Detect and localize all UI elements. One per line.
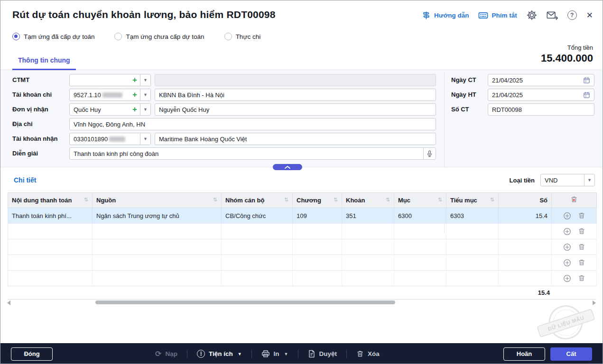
ctmt-combo[interactable]: + ▼ <box>69 74 151 86</box>
utilities-button[interactable]: ⋮ Tiện ích ▼ <box>197 350 242 358</box>
sort-icon[interactable]: ⇅ <box>386 197 390 203</box>
radio-dot <box>12 33 20 40</box>
radio-dot <box>224 33 232 40</box>
print-button[interactable]: In ▼ <box>261 350 288 358</box>
general-info-form: CTMT + ▼ Tài khoản chi 9527.1.10+ ▼ KBNN… <box>0 70 603 167</box>
horizontal-scrollbar[interactable] <box>7 300 596 305</box>
close-icon[interactable]: ✕ <box>586 10 593 20</box>
help-icon[interactable]: ? <box>567 10 577 20</box>
receiver-combo[interactable]: Quốc Huy+ ▼ <box>69 103 151 116</box>
printer-icon <box>261 350 270 358</box>
radio-tam-ung-chua-cap[interactable]: Tạm ứng chưa cấp dự toán <box>114 33 204 40</box>
tab-general-info[interactable]: Thông tin chung <box>12 56 76 70</box>
doc-no-label: Số CT <box>451 103 485 116</box>
page-title: Rút dự toán chuyển khoản lương, bảo hiểm… <box>12 9 276 20</box>
settings-gear-icon[interactable] <box>527 10 537 20</box>
delete-row-icon[interactable] <box>578 243 585 251</box>
delete-row-icon[interactable] <box>578 228 585 235</box>
description-field[interactable]: Thanh toán kinh phí công đoàn <box>69 147 436 160</box>
document-icon <box>308 350 315 358</box>
add-account-pay-icon[interactable]: + <box>132 89 137 100</box>
address-field[interactable]: Vĩnh Ngọc, Đông Anh, HN <box>69 118 436 130</box>
radio-thuc-chi[interactable]: Thực chi <box>224 33 261 40</box>
close-button[interactable]: Đóng <box>11 347 53 361</box>
calendar-icon[interactable] <box>583 91 590 99</box>
grid-header-row: ⇅Nội dung thanh toán ⇅Nguồn ⇅Nhóm cán bộ… <box>8 193 597 208</box>
account-receive-dropdown-icon[interactable]: ▼ <box>140 133 150 145</box>
currency-label: Loại tiền <box>510 177 535 184</box>
ctmt-dropdown-icon[interactable]: ▼ <box>140 74 150 86</box>
caret-down-icon: ▼ <box>284 352 288 356</box>
delete-row-icon[interactable] <box>578 274 585 282</box>
sort-icon[interactable]: ⇅ <box>213 197 217 203</box>
add-row-icon[interactable] <box>563 228 571 236</box>
receiver-label: Đơn vị nhận <box>12 103 67 116</box>
redacted-blur <box>109 136 125 142</box>
guide-icon <box>422 11 431 20</box>
doc-no-field[interactable]: RDT00098 <box>488 103 594 116</box>
sort-icon[interactable]: ⇅ <box>284 197 288 203</box>
approve-button[interactable]: Duyệt <box>308 350 337 358</box>
doc-date-field[interactable]: 21/04/2025 <box>488 74 594 86</box>
post-date-field[interactable]: 21/04/2025 <box>488 89 594 101</box>
add-row-icon[interactable] <box>563 212 571 220</box>
send-mail-icon[interactable] <box>547 11 558 20</box>
account-receive-combo[interactable]: 0330101890 ▼ <box>69 133 151 145</box>
delete-row-icon[interactable] <box>578 259 585 266</box>
currency-select[interactable]: VND ▼ <box>540 174 595 186</box>
col-nguon: ⇅Nguồn <box>93 193 222 208</box>
post-date-label: Ngày HT <box>451 89 485 101</box>
add-row-icon[interactable] <box>563 243 571 251</box>
account-pay-label: Tài khoản chi <box>12 89 67 101</box>
delete-all-rows-icon[interactable] <box>570 196 578 203</box>
sort-icon[interactable]: ⇅ <box>334 197 338 203</box>
watermark-text: DỮ LIỆU MẪU <box>537 309 595 337</box>
account-receive-name-field[interactable]: Maritime Bank Hoàng Quốc Việt <box>155 133 436 145</box>
account-receive-label: Tài khoản nhận <box>12 133 67 145</box>
scrollbar-thumb[interactable] <box>95 300 395 304</box>
detail-row-empty[interactable] <box>8 239 597 255</box>
ctmt-label: CTMT <box>12 74 67 86</box>
radio-tam-ung-da-cap[interactable]: Tạm ứng đã cấp dự toán <box>12 33 94 40</box>
receiver-dropdown-icon[interactable]: ▼ <box>140 104 150 115</box>
detail-title: Chi tiết <box>14 176 36 184</box>
detail-row-empty[interactable] <box>8 271 597 286</box>
scroll-right-arrow[interactable] <box>593 300 596 305</box>
watermark-circle <box>544 301 587 344</box>
titlebar-actions: Hướng dẫn Phím tắt ? ✕ <box>422 10 593 20</box>
detail-row-empty[interactable] <box>8 224 597 239</box>
sort-icon[interactable]: ⇅ <box>84 197 88 203</box>
delete-button[interactable]: Xóa <box>356 350 380 358</box>
radio-dot <box>114 33 122 40</box>
add-ctmt-icon[interactable]: + <box>132 74 137 86</box>
add-row-icon[interactable] <box>563 259 571 267</box>
sort-icon[interactable]: ⇅ <box>490 197 494 203</box>
collapse-form-button[interactable] <box>273 164 302 170</box>
delete-row-icon[interactable] <box>578 212 585 219</box>
address-label: Địa chỉ <box>12 118 67 130</box>
account-pay-dropdown-icon[interactable]: ▼ <box>140 89 150 100</box>
account-pay-combo[interactable]: 9527.1.10+ ▼ <box>69 89 151 101</box>
microphone-icon[interactable] <box>423 148 436 159</box>
sort-icon[interactable]: ⇅ <box>438 197 442 203</box>
footer-toolbar: Đóng ⟳ Nạp ⋮ Tiện ích ▼ In ▼ <box>0 343 603 364</box>
doc-date-label: Ngày CT <box>451 74 485 86</box>
dialog-window: Rút dự toán chuyển khoản lương, bảo hiểm… <box>0 0 603 364</box>
calendar-icon[interactable] <box>583 77 590 84</box>
guide-link[interactable]: Hướng dẫn <box>422 11 469 20</box>
col-tieu-muc: ⇅Tiểu mục <box>446 193 499 208</box>
add-receiver-icon[interactable]: + <box>132 104 137 115</box>
add-row-icon[interactable] <box>563 274 571 282</box>
postpone-button[interactable]: Hoãn <box>503 347 545 361</box>
receiver-name-field[interactable]: Nguyễn Quốc Huy <box>155 103 436 116</box>
toolbar-divider <box>187 350 187 358</box>
total-amount-box: Tổng tiền 15.400.000 <box>541 44 593 64</box>
ctmt-name-field <box>155 74 436 86</box>
detail-row-empty[interactable] <box>8 255 597 271</box>
account-pay-name-field[interactable]: KBNN Ba Đình - Hà Nội <box>155 89 436 101</box>
titlebar: Rút dự toán chuyển khoản lương, bảo hiểm… <box>0 0 603 30</box>
scroll-left-arrow[interactable] <box>7 300 10 305</box>
detail-row-1[interactable]: Thanh toán kinh phí... Ngân sách Trung ư… <box>8 208 597 224</box>
save-button[interactable]: Cất <box>550 347 592 361</box>
shortcut-link[interactable]: Phím tắt <box>478 11 517 19</box>
